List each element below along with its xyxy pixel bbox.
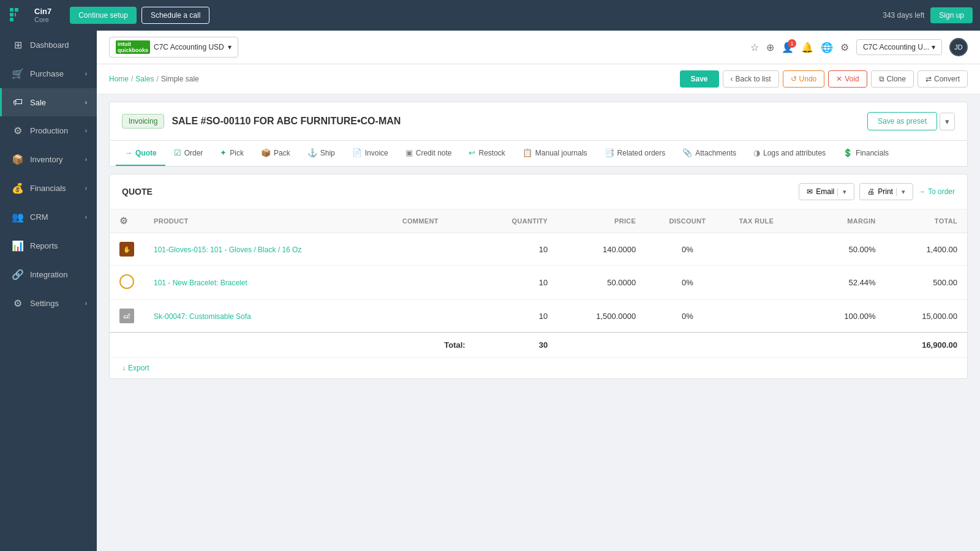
breadcrumb-sep-1: / [131,75,133,83]
signup-button[interactable]: Sign up [930,7,973,23]
sidebar-item-purchase[interactable]: 🛒 Purchase › [0,59,97,88]
tab-pack[interactable]: 📦 Pack [252,141,299,166]
main-layout: ⊞ Dashboard 🛒 Purchase › 🏷 Sale › ⚙ Prod… [0,31,980,551]
clone-button[interactable]: ⧉ Clone [871,70,914,88]
convert-button[interactable]: ⇄ Convert [918,70,968,88]
star-icon[interactable]: ☆ [750,42,759,53]
breadcrumb-bar: Home / Sales / Simple sale Save ‹ Back t… [97,64,980,94]
tab-financials[interactable]: 💲 Financials [834,141,897,166]
product-icon-sofa: 🛋 [119,309,134,323]
row1-icon-cell: ✋ [110,233,144,266]
back-to-list-button[interactable]: ‹ Back to list [723,70,779,88]
row1-comment-cell [393,233,475,266]
row3-product-cell: Sk-00047: Customisable Sofa [144,300,393,333]
user-icon[interactable]: 👤 1 [782,42,794,53]
to-order-arrow-icon: → [918,187,925,196]
email-button[interactable]: ✉ Email ▾ [799,183,854,200]
chevron-right-icon-financials: › [85,185,87,192]
sidebar-item-sale[interactable]: 🏷 Sale › [0,88,97,116]
breadcrumb-sales[interactable]: Sales [135,75,154,83]
col-header-comment: COMMENT [393,209,475,233]
save-button[interactable]: Save [680,70,719,88]
sidebar-item-reports[interactable]: 📊 Reports [0,231,97,260]
total-label-cell: Total: [393,332,475,357]
order-tab-icon: ☑ [174,148,181,157]
total-empty-cell [110,332,393,357]
schedule-call-button[interactable]: Schedule a call [141,7,209,24]
sidebar-label-dashboard: Dashboard [30,40,69,50]
product-link-2[interactable]: 101 - New Bracelet: Bracelet [154,279,247,287]
tab-logs[interactable]: ◑ Logs and attributes [745,141,834,166]
col-header-margin: MARGIN [810,209,886,233]
user-avatar[interactable]: JD [949,38,968,56]
sidebar-item-integration[interactable]: 🔗 Integration [0,260,97,289]
quote-section: QUOTE ✉ Email ▾ 🖨 Print ▾ → To order [109,174,968,379]
top-navigation: Cin7 Core Continue setup Schedule a call… [0,0,980,31]
settings-nav-icon[interactable]: ⚙ [840,42,849,53]
chevron-right-icon-production: › [85,127,87,134]
invoice-title-area: Invoicing SALE #SO-00110 FOR ABC FURNITU… [122,114,401,129]
sidebar-item-inventory[interactable]: 📦 Inventory › [0,145,97,174]
quickbooks-selector[interactable]: intuitquickbooks C7C Accounting USD ▾ [109,37,238,58]
tab-attachments[interactable]: 📎 Attachments [674,141,745,166]
to-order-button[interactable]: → To order [918,187,955,196]
chevron-down-icon: ▾ [945,117,949,126]
col-header-discount: DISCOUNT [646,209,729,233]
product-icon-gloves: ✋ [119,242,134,257]
attachments-tab-icon: 📎 [682,148,692,157]
sale-icon: 🏷 [12,97,24,108]
tab-quote[interactable]: → Quote [116,141,165,166]
sidebar-item-crm[interactable]: 👥 CRM › [0,203,97,231]
col-header-taxrule: TAX RULE [729,209,810,233]
breadcrumb: Home / Sales / Simple sale [109,75,199,83]
table-settings-gear[interactable]: ⚙ [119,216,127,226]
product-link-3[interactable]: Sk-00047: Customisable Sofa [154,312,251,321]
save-as-preset-button[interactable]: Save as preset [867,112,937,130]
tab-pick[interactable]: ✦ Pick [211,141,252,166]
continue-setup-button[interactable]: Continue setup [70,7,137,24]
table-row: ✋ 101-Gloves-015: 101 - Gloves / Black /… [110,233,967,266]
sidebar-label-crm: CRM [30,212,48,222]
content-area: intuitquickbooks C7C Accounting USD ▾ ☆ … [97,31,980,551]
preset-dropdown-button[interactable]: ▾ [940,113,955,130]
export-button[interactable]: ↓ Export [122,364,149,372]
tab-order[interactable]: ☑ Order [165,141,212,166]
table-header: ⚙ PRODUCT COMMENT QUANTITY PRICE DISCOUN… [110,209,967,233]
sidebar-item-financials[interactable]: 💰 Financials › [0,174,97,203]
breadcrumb-current: Simple sale [161,75,199,83]
sidebar-item-dashboard[interactable]: ⊞ Dashboard [0,31,97,59]
tab-credit-note[interactable]: ▣ Credit note [397,141,461,166]
bell-icon[interactable]: 🔔 [801,42,813,53]
globe-icon[interactable]: 🌐 [821,42,833,53]
location-icon[interactable]: ⊕ [766,42,774,53]
sidebar-label-inventory: Inventory [30,155,62,164]
sidebar-item-settings[interactable]: ⚙ Settings › [0,289,97,318]
restock-tab-icon: ↩ [469,148,475,157]
chevron-right-icon-sale: › [85,99,87,106]
logo-area: Cin7 Core [7,4,51,26]
total-margin-empty [810,332,886,357]
print-button[interactable]: 🖨 Print ▾ [859,183,913,200]
chevron-left-icon: ‹ [731,75,733,83]
tab-related-orders[interactable]: 📑 Related orders [596,141,674,166]
breadcrumb-home[interactable]: Home [109,75,129,83]
secondary-nav: intuitquickbooks C7C Accounting USD ▾ ☆ … [97,31,980,64]
integration-icon: 🔗 [12,269,24,280]
quote-tab-icon: → [124,148,132,157]
svg-rect-3 [10,13,13,17]
export-bar: ↓ Export [110,357,967,378]
void-button[interactable]: ✕ Void [828,70,867,88]
company-selector[interactable]: C7C Accounting U... ▾ [856,39,942,55]
tab-ship[interactable]: ⚓ Ship [299,141,344,166]
tab-invoice[interactable]: 📄 Invoice [344,141,397,166]
row1-product-cell: 101-Gloves-015: 101 - Gloves / Black / 1… [144,233,393,266]
total-row: Total: 30 16,900.00 [110,332,967,357]
undo-button[interactable]: ↺ Undo [783,70,825,88]
tab-manual-journals[interactable]: 📋 Manual journals [514,141,596,166]
pick-tab-icon: ✦ [220,148,227,157]
tab-restock[interactable]: ↩ Restock [460,141,513,166]
company-name: C7C Accounting U... [863,43,929,51]
product-link-1[interactable]: 101-Gloves-015: 101 - Gloves / Black / 1… [154,246,301,254]
sidebar-item-production[interactable]: ⚙ Production › [0,116,97,145]
chevron-right-icon-crm: › [85,214,87,220]
